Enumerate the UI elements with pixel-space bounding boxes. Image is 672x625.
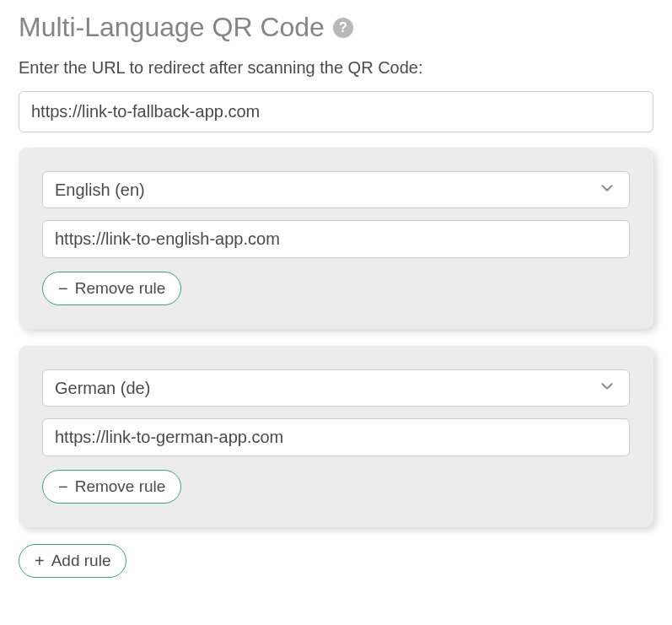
remove-rule-label: Remove rule [75,477,166,496]
minus-icon: − [58,280,68,297]
plus-icon: + [35,552,45,569]
minus-icon: − [58,478,68,495]
remove-rule-button[interactable]: − Remove rule [42,470,181,504]
instruction-text: Enter the URL to redirect after scanning… [19,58,653,78]
rule-url-input[interactable] [42,220,630,258]
add-rule-label: Add rule [51,552,111,570]
rule-card: German (de) − Remove rule [19,346,653,527]
rule-card: English (en) − Remove rule [19,148,653,329]
add-rule-row: + Add rule [19,544,653,578]
page-title-row: Multi-Language QR Code ? [19,12,653,43]
language-select[interactable]: English (en) [42,171,630,208]
language-select[interactable]: German (de) [42,369,630,407]
language-select-wrap: English (en) [42,171,630,208]
add-rule-button[interactable]: + Add rule [19,544,126,578]
fallback-url-input[interactable] [19,91,653,132]
language-select-wrap: German (de) [42,369,630,407]
remove-rule-button[interactable]: − Remove rule [42,272,181,305]
remove-rule-label: Remove rule [75,279,166,298]
page-title: Multi-Language QR Code [19,12,325,43]
rule-url-input[interactable] [42,418,630,456]
help-icon[interactable]: ? [333,18,353,38]
